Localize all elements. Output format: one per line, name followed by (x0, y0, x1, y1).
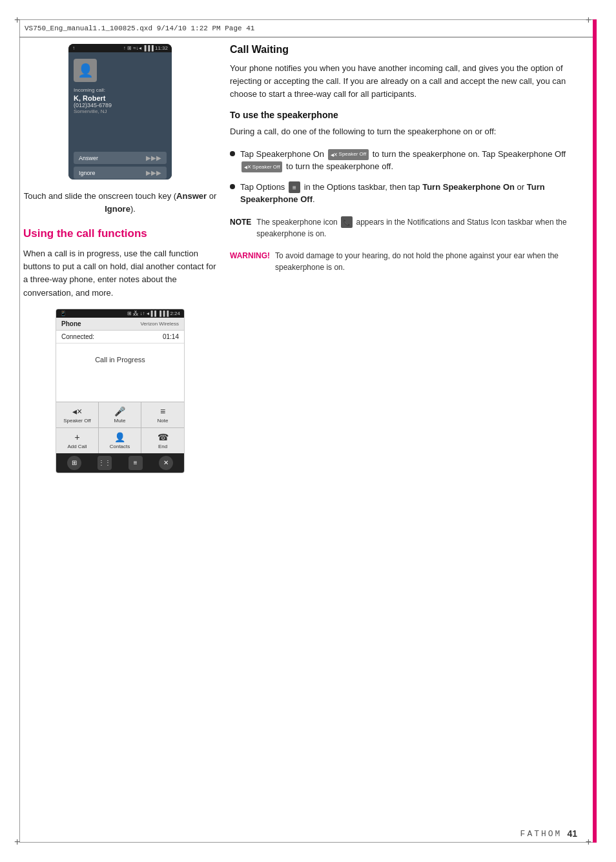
status-icons-left: ↑ (72, 45, 75, 51)
home-icon[interactable]: ⊞ (67, 456, 81, 470)
speakerphone-icon-note: 📞 (341, 216, 353, 228)
incoming-label: Incoming call: (74, 87, 105, 93)
ignore-label: Ignore (79, 170, 96, 176)
note-label: Note (158, 418, 169, 424)
caller-avatar: 👤 (74, 59, 97, 82)
bullet1-end: to turn the speakerphone off. (286, 161, 393, 171)
header-text: VS750_Eng_manual1.1_100825.qxd 9/14/10 1… (25, 25, 254, 32)
ignore-button[interactable]: Ignore ▶▶▶ (74, 167, 167, 179)
speakerphone-intro: During a call, do one of the following t… (230, 125, 593, 138)
mute-icon: 🎤 (114, 406, 125, 416)
header-bar: VS750_Eng_manual1.1_100825.qxd 9/14/10 1… (19, 19, 593, 37)
end-icon: ☎ (158, 432, 169, 442)
connected-label: Connected: (61, 333, 94, 340)
call-header: Phone Verizon Wireless (56, 318, 184, 331)
right-column: Call Waiting Your phone notifies you whe… (230, 37, 593, 839)
warning-block: WARNING! To avoid damage to your hearing… (230, 250, 593, 273)
page-border-right-pink (593, 19, 597, 843)
status-icons-right: ↑ ⊞ ≈↓◂ ▐▐▐ 11:32 (123, 45, 168, 51)
answer-bold: Answer (176, 191, 207, 201)
call-controls-row1: ◂× Speaker Off 🎤 Mute ≡ Note (56, 402, 184, 427)
end-btn[interactable]: ☎ End (141, 428, 184, 453)
call-controls-row2: + Add Call 👤 Contacts ☎ End (56, 427, 184, 453)
call-waiting-heading: Call Waiting (230, 44, 593, 56)
call-connected-row: Connected: 01:14 (56, 331, 184, 344)
caller-number: (012)345-6789 (74, 102, 112, 108)
call-spacer (56, 376, 184, 402)
phone-status-bar-incoming: ↑ ↑ ⊞ ≈↓◂ ▐▐▐ 11:32 (68, 44, 172, 52)
using-heading: Using the call functions (23, 227, 217, 241)
note-block: NOTE The speakerphone icon 📞 appears in … (230, 216, 593, 240)
call-bottom-bar: ⊞ ⋮⋮ ≡ ✕ (56, 453, 184, 473)
note-text: The speakerphone icon (256, 218, 337, 227)
connected-time: 01:14 (163, 333, 179, 340)
speaker-badge-2: ◂× Speaker Off (241, 161, 282, 172)
phone-screenshot-incoming: ↑ ↑ ⊞ ≈↓◂ ▐▐▐ 11:32 👤 Incoming call: K, … (68, 44, 172, 180)
add-call-label: Add Call (67, 444, 87, 449)
speaker-btn[interactable]: ◂× Speaker Off (56, 402, 99, 427)
add-call-btn[interactable]: + Add Call (56, 428, 99, 453)
bullet1-cont: to turn the speakerphone on. Tap Speaker… (373, 149, 566, 159)
page-border-left (19, 19, 20, 843)
menu-icon[interactable]: ≡ (128, 456, 143, 470)
caller-location: Somerville, NJ (74, 108, 107, 114)
bullet-dot-2 (230, 184, 235, 189)
bullet-item-2: Tap Options ≡ in the Options taskbar, th… (230, 181, 593, 206)
mute-btn[interactable]: 🎤 Mute (99, 402, 141, 427)
bullet2-end: . (313, 194, 315, 204)
phone-btn-row: Answer ▶▶▶ Ignore ▶▶▶ (74, 152, 167, 180)
end-label: End (158, 444, 167, 449)
call-waiting-body: Your phone notifies you when you have an… (230, 62, 593, 101)
answer-button[interactable]: Answer ▶▶▶ (74, 152, 167, 164)
warning-label: WARNING! (230, 250, 270, 273)
call-header-title: Phone (61, 320, 81, 327)
fathom-logo: FATHOM (520, 829, 562, 839)
speaker-label: Speaker Off (63, 418, 91, 424)
phone-incoming-content: 👤 Incoming call: K, Robert (012)345-6789… (68, 52, 172, 180)
page-footer: FATHOM 41 (520, 828, 577, 839)
ignore-bold: Ignore (105, 204, 130, 214)
bullet2-start: Tap Options (240, 182, 285, 192)
call-status-right: ⊞ ⁂ ↓↑ ◂▐▐ ▐▐▐ 2:24 (127, 311, 180, 316)
speaker-badge-1: ◂× Speaker Off (328, 149, 369, 160)
bullet2-bold1: Turn Speakerphone On (422, 182, 515, 192)
phone-screenshot-call: 📱 ⊞ ⁂ ↓↑ ◂▐▐ ▐▐▐ 2:24 Phone Verizon Wire… (56, 309, 185, 473)
call-status-left: 📱 (60, 311, 67, 316)
bullet-content-2: Tap Options ≡ in the Options taskbar, th… (240, 181, 593, 206)
speaker-badge-icon-2: ◂× (244, 162, 251, 172)
contacts-icon: 👤 (114, 432, 125, 442)
bullet-dot-1 (230, 151, 235, 156)
bullet1-text: Tap Speakerphone On (240, 149, 324, 159)
call-in-progress: Call in Progress (56, 344, 184, 376)
speakerphone-heading: To use the speakerphone (230, 110, 593, 120)
bullet-item-1: Tap Speakerphone On ◂× Speaker Off to tu… (230, 148, 593, 173)
note-btn[interactable]: ≡ Note (141, 402, 184, 427)
touch-instructions: Touch and slide the onscreen touch key (… (23, 190, 217, 215)
left-column: ↑ ↑ ⊞ ≈↓◂ ▐▐▐ 11:32 👤 Incoming call: K, … (23, 37, 217, 839)
warning-content: To avoid damage to your hearing, do not … (275, 250, 593, 273)
note-label: NOTE (230, 216, 251, 240)
page-border-bottom (19, 842, 597, 843)
call-status-bar: 📱 ⊞ ⁂ ↓↑ ◂▐▐ ▐▐▐ 2:24 (56, 309, 184, 318)
speakerphone-bullets: Tap Speakerphone On ◂× Speaker Off to tu… (230, 148, 593, 206)
answer-arrows: ▶▶▶ (146, 154, 161, 161)
contacts-btn[interactable]: 👤 Contacts (99, 428, 141, 453)
reg-mark-bl: + (14, 836, 20, 848)
note-icon: ≡ (160, 406, 165, 416)
contacts-label: Contacts (110, 444, 130, 449)
apps-icon[interactable]: ⋮⋮ (98, 456, 112, 470)
back-icon[interactable]: ✕ (159, 456, 173, 470)
answer-label: Answer (79, 155, 98, 161)
speaker-badge-icon-1: ◂× (331, 150, 338, 159)
ignore-arrows: ▶▶▶ (146, 169, 161, 176)
bullet2-cont: in the Options taskbar, then tap (304, 182, 420, 192)
call-carrier: Verizon Wireless (140, 321, 179, 327)
bullet2-or: or (517, 182, 527, 192)
caller-name: K, Robert (74, 94, 106, 102)
content-area: ↑ ↑ ⊞ ≈↓◂ ▐▐▐ 11:32 👤 Incoming call: K, … (23, 37, 593, 839)
page-number: 41 (567, 828, 577, 839)
speaker-icon: ◂× (72, 406, 82, 416)
using-body: When a call is in progress, use the call… (23, 247, 217, 300)
mute-label: Mute (114, 418, 126, 424)
options-icon: ≡ (289, 181, 300, 193)
